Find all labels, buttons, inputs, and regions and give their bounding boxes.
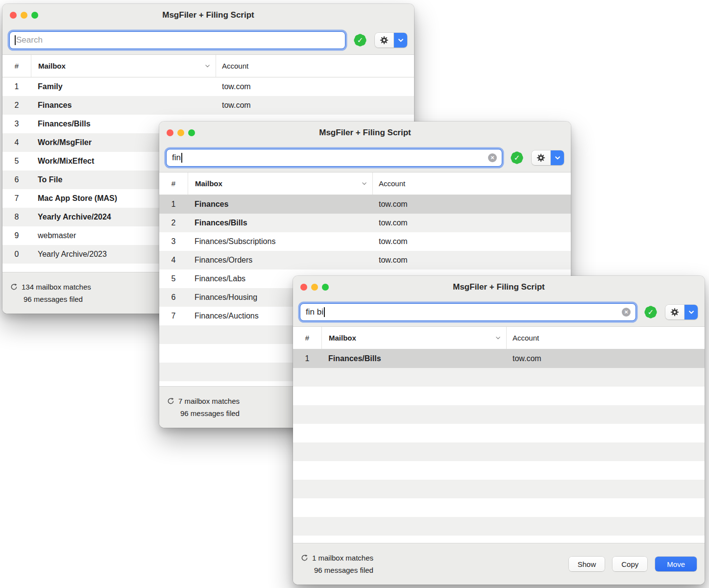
column-header-mailbox[interactable]: Mailbox (31, 55, 216, 77)
clear-search-button[interactable]: × (622, 308, 631, 317)
clear-search-button[interactable]: × (488, 153, 497, 162)
cell-mailbox: Family (31, 82, 216, 91)
dropdown-button[interactable] (685, 305, 698, 319)
window-titlebar[interactable]: MsgFiler + Filing Script (159, 122, 571, 144)
column-header-mailbox[interactable]: Mailbox (188, 172, 373, 195)
close-button[interactable] (10, 12, 17, 19)
messages-filed-count: 96 messages filed (180, 409, 240, 417)
mailbox-matches-count: 1 mailbox matches (312, 554, 373, 562)
traffic-lights (10, 4, 38, 26)
chevron-down-icon (688, 309, 695, 316)
column-header-mailbox-label: Mailbox (195, 179, 222, 188)
refresh-icon[interactable] (167, 397, 174, 405)
table-row[interactable]: 1 Finances tow.com (159, 195, 571, 214)
table-header: # Mailbox Account (293, 327, 705, 349)
zoom-button[interactable] (322, 284, 329, 291)
cell-number: 1 (159, 200, 188, 209)
cell-mailbox: Finances/Subscriptions (188, 237, 373, 246)
cell-account: tow.com (216, 82, 414, 91)
cell-number: 1 (293, 354, 321, 363)
dropdown-button[interactable] (551, 150, 564, 165)
sort-chevron-icon (204, 63, 211, 69)
table-row[interactable]: 1 Family tow.com (2, 77, 414, 96)
zoom-button[interactable] (31, 12, 38, 19)
cell-number: 6 (159, 293, 188, 302)
sort-chevron-icon (495, 335, 501, 341)
cell-account: tow.com (373, 237, 571, 246)
cell-account: tow.com (216, 101, 414, 110)
cell-account: tow.com (373, 200, 571, 209)
chevron-down-icon (554, 154, 561, 161)
cell-number: 2 (159, 219, 188, 227)
table-row[interactable]: 2 Finances tow.com (2, 96, 414, 115)
script-verified-badge[interactable]: ✓ (643, 304, 659, 320)
column-header-mailbox[interactable]: Mailbox (322, 327, 507, 349)
minimize-button[interactable] (21, 12, 27, 19)
column-header-mailbox-label: Mailbox (329, 334, 356, 342)
messages-filed-count: 96 messages filed (24, 295, 91, 303)
toolbar: Search ✓ (2, 26, 414, 55)
cell-account: tow.com (507, 354, 705, 363)
table-row[interactable]: 2 Finances/Bills tow.com (159, 214, 571, 232)
column-header-account[interactable]: Account (373, 172, 571, 195)
mailbox-matches-count: 134 mailbox matches (22, 283, 91, 291)
empty-rows (293, 368, 705, 543)
column-header-account[interactable]: Account (216, 55, 414, 77)
text-caret (324, 307, 325, 317)
cell-number: 0 (2, 250, 31, 259)
status-bar: 1 mailbox matches 96 messages filed Show… (293, 543, 705, 585)
column-header-number: # (2, 55, 31, 77)
cell-number: 3 (159, 237, 188, 246)
show-button[interactable]: Show (569, 557, 605, 571)
toolbar: fin bi × ✓ (293, 298, 705, 327)
cell-number: 8 (2, 213, 31, 221)
window-titlebar[interactable]: MsgFiler + Filing Script (293, 276, 705, 298)
copy-button[interactable]: Copy (612, 557, 647, 571)
cell-number: 2 (2, 101, 31, 110)
close-button[interactable] (300, 284, 307, 291)
search-input[interactable]: Search (9, 31, 345, 49)
table-row[interactable]: 4 Finances/Orders tow.com (159, 251, 571, 270)
window-title: MsgFiler + Filing Script (453, 282, 545, 292)
settings-segmented-control (532, 150, 564, 165)
script-verified-badge[interactable]: ✓ (352, 32, 368, 48)
checkmark-icon: ✓ (352, 32, 368, 48)
traffic-lights (167, 122, 195, 144)
table-header: # Mailbox Account (159, 172, 571, 195)
search-input[interactable]: fin × (166, 149, 502, 167)
zoom-button[interactable] (188, 129, 195, 136)
cell-mailbox: Finances (31, 101, 216, 110)
column-header-account[interactable]: Account (507, 327, 705, 349)
close-button[interactable] (167, 129, 173, 136)
column-header-mailbox-label: Mailbox (38, 62, 66, 70)
settings-button[interactable] (665, 305, 684, 319)
move-button[interactable]: Move (655, 557, 697, 571)
settings-button[interactable] (532, 150, 550, 165)
msgfiler-window-3: MsgFiler + Filing Script fin bi × ✓ (293, 276, 705, 585)
table-header: # Mailbox Account (2, 55, 414, 77)
chevron-down-icon (397, 37, 404, 44)
settings-segmented-control (665, 305, 698, 319)
window-titlebar[interactable]: MsgFiler + Filing Script (2, 4, 414, 26)
traffic-lights (300, 276, 329, 298)
table-row[interactable]: 1 Finances/Bills tow.com (293, 349, 705, 368)
table-row[interactable]: 3 Finances/Subscriptions tow.com (159, 232, 571, 251)
cell-number: 4 (159, 256, 188, 265)
sort-chevron-icon (361, 180, 367, 187)
cell-number: 3 (2, 120, 31, 128)
cell-number: 7 (2, 194, 31, 203)
cell-mailbox: Finances (188, 200, 373, 209)
refresh-icon[interactable] (10, 283, 18, 291)
cell-number: 4 (2, 138, 31, 147)
search-input[interactable]: fin bi × (300, 303, 636, 321)
cell-number: 6 (2, 175, 31, 184)
settings-button[interactable] (375, 33, 393, 48)
script-verified-badge[interactable]: ✓ (509, 150, 525, 166)
window-title: MsgFiler + Filing Script (319, 128, 411, 138)
dropdown-button[interactable] (394, 33, 407, 48)
column-header-number: # (159, 172, 188, 195)
cell-number: 5 (2, 157, 31, 166)
minimize-button[interactable] (311, 284, 318, 291)
refresh-icon[interactable] (301, 554, 308, 562)
minimize-button[interactable] (177, 129, 184, 136)
